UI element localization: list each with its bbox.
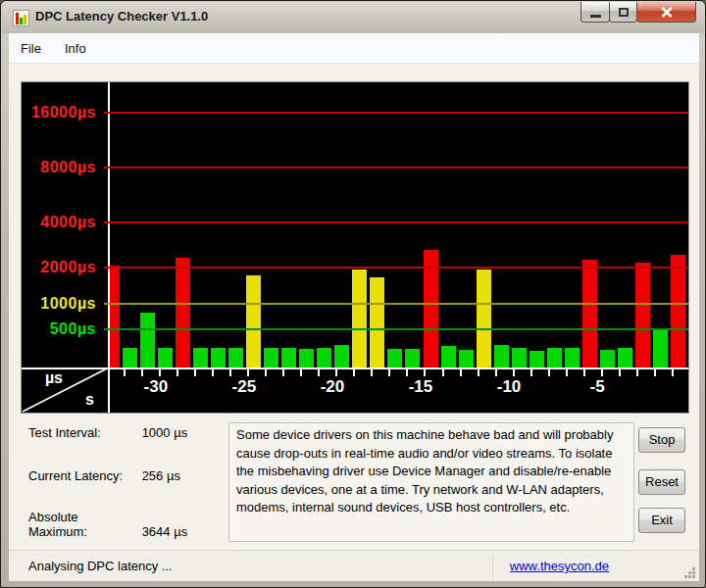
x-axis-tick (619, 369, 621, 376)
app-icon (13, 10, 29, 26)
latency-bar (494, 345, 509, 368)
x-axis-tick (247, 369, 249, 376)
x-axis-tick (282, 369, 284, 376)
latency-bar (281, 348, 296, 368)
x-axis-tick (141, 369, 143, 376)
gridline (104, 328, 688, 330)
latency-bar (459, 350, 474, 368)
x-axis-label: -20 (321, 377, 345, 397)
y-unit-label: µs (45, 369, 63, 386)
x-axis-tick (388, 369, 390, 376)
latency-bar (193, 348, 208, 368)
close-icon (661, 7, 673, 18)
app-window: DPC Latency Checker V1.1.0 File Info µs … (0, 0, 706, 588)
x-axis-tick (300, 369, 302, 376)
x-axis-tick (124, 369, 126, 376)
latency-bar (317, 348, 331, 368)
x-axis-tick (159, 369, 161, 376)
window-title: DPC Latency Checker V1.1.0 (35, 9, 208, 24)
y-axis-label: 1000µs (22, 294, 104, 314)
maximize-button[interactable] (609, 2, 637, 23)
gridline (104, 267, 688, 269)
x-axis-label: -5 (590, 377, 605, 397)
gridline (104, 303, 688, 305)
stat-label: Current Latency: (28, 468, 138, 483)
latency-bar (582, 260, 597, 368)
y-axis-label: 8000µs (22, 158, 104, 177)
x-axis-tick (460, 369, 462, 376)
menu-bar: File Info (9, 33, 699, 64)
latency-bar (547, 348, 562, 368)
x-axis-tick (194, 369, 196, 376)
latency-bar (334, 345, 349, 368)
app-icon-bar (20, 18, 23, 24)
axis-unit-corner: µs s (22, 368, 108, 413)
latency-bar (441, 346, 456, 368)
latency-bar (370, 277, 384, 368)
exit-button[interactable]: Exit (638, 508, 685, 533)
thesycon-link[interactable]: www.thesycon.de (510, 559, 609, 573)
x-axis-tick (513, 369, 515, 376)
latency-bar (176, 258, 190, 368)
app-icon-bar (24, 15, 26, 24)
stop-button[interactable]: Stop (638, 427, 685, 453)
latency-bar (211, 348, 226, 368)
minimize-button[interactable] (580, 2, 610, 23)
title-bar[interactable]: DPC Latency Checker V1.1.0 (2, 2, 704, 33)
gridline (104, 221, 688, 223)
latency-bar (600, 350, 615, 368)
status-text: Analysing DPC latency ... (28, 559, 173, 573)
latency-bar (158, 348, 173, 368)
latency-bar (264, 348, 278, 368)
status-bar: Analysing DPC latency ... www.thesycon.d… (9, 550, 699, 581)
chart-plot-area (110, 82, 688, 368)
x-axis-tick (265, 369, 267, 376)
stat-value: 256 µs (142, 468, 180, 483)
x-axis-label: -30 (144, 377, 169, 397)
latency-bar (228, 348, 243, 368)
y-axis-label: 500µs (22, 319, 104, 339)
x-axis-tick (548, 369, 550, 376)
x-axis-tick (672, 369, 674, 376)
latency-chart: µs s 16000µs8000µs4000µs2000µs1000µs500µ… (21, 81, 689, 414)
latency-bar (299, 349, 314, 368)
stat-label: Test Interval: (28, 425, 138, 440)
x-axis-tick (442, 369, 444, 376)
latency-bar (110, 266, 120, 368)
diagnosis-textbox[interactable]: Some device drivers on this machine beha… (228, 422, 634, 542)
latency-bar (618, 348, 632, 368)
x-axis-tick (335, 369, 337, 376)
x-axis-tick (583, 369, 585, 376)
resize-grip[interactable] (681, 564, 696, 579)
x-axis-tick (318, 369, 320, 376)
x-axis-tick (176, 369, 178, 376)
latency-bar (512, 348, 527, 368)
menu-file[interactable]: File (9, 37, 53, 60)
x-axis-tick (636, 369, 638, 376)
stat-current-latency: Current Latency: 256 µs (28, 468, 225, 483)
latency-bar (405, 349, 420, 368)
gridline (104, 167, 688, 169)
latency-bar (653, 328, 668, 368)
client-area: File Info µs s 16000µs8000µs4000µs2000µs… (9, 33, 699, 581)
latency-bar (477, 270, 491, 368)
latency-bar (635, 263, 650, 368)
latency-bar (671, 255, 685, 368)
y-axis-label: 16000µs (22, 103, 104, 122)
x-axis-label: -15 (409, 377, 433, 397)
gridline (104, 112, 688, 114)
latency-bar (565, 348, 580, 368)
latency-bar (246, 275, 261, 368)
menu-info[interactable]: Info (53, 37, 98, 60)
latency-bar (140, 313, 155, 368)
stat-label: Absolute Maximum: (28, 510, 138, 539)
app-icon-bar (16, 13, 19, 24)
latency-bar (123, 348, 137, 368)
y-axis-label: 2000µs (22, 258, 104, 277)
close-button[interactable] (636, 2, 696, 23)
latency-bar (352, 270, 367, 368)
x-axis-tick (424, 369, 426, 376)
stat-test-interval: Test Interval: 1000 µs (28, 425, 225, 440)
reset-button[interactable]: Reset (638, 469, 685, 495)
x-axis-tick (478, 369, 479, 376)
